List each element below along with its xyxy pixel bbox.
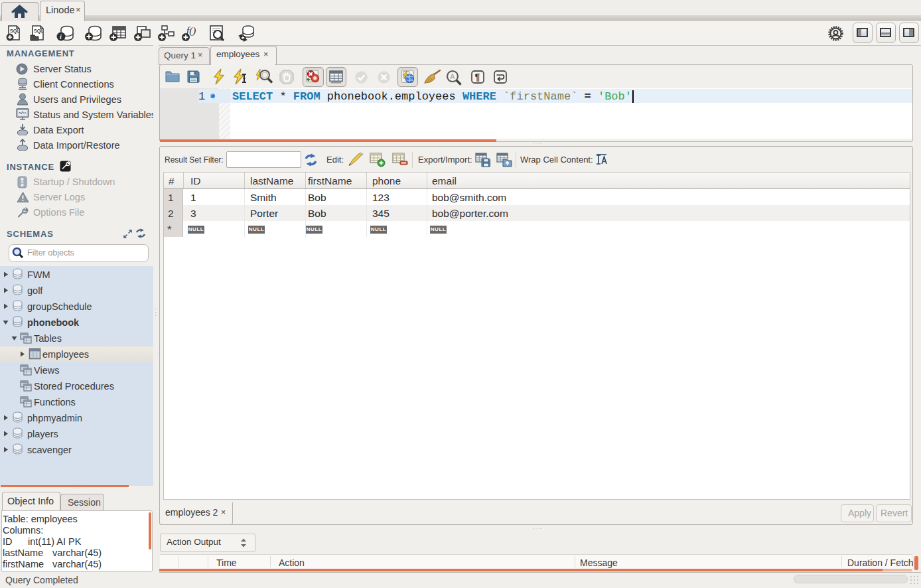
svg-text:¶: ¶ [475, 72, 480, 82]
svg-text:SQL: SQL [34, 29, 44, 34]
svg-text:SQL: SQL [10, 29, 20, 34]
svg-text:A: A [451, 73, 455, 80]
svg-text:i: i [60, 33, 62, 40]
